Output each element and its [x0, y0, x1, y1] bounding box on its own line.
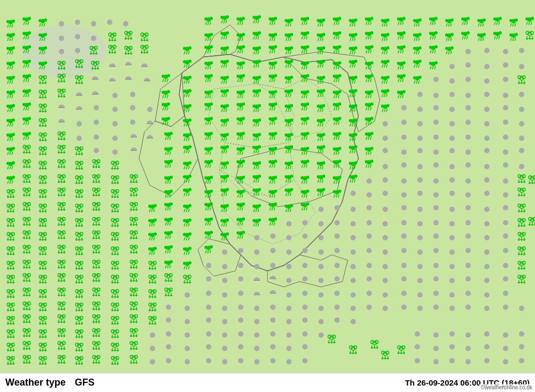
svg-point-8: [0, 4, 2, 9]
svg-point-9: [1, 4, 4, 7]
title-label: Weather type: [5, 377, 66, 388]
svg-point-3: [1, 4, 4, 7]
model-label: GFS: [75, 377, 95, 388]
watermark: ©weatheronline.co.uk: [479, 384, 534, 391]
svg-point-17: [1, 4, 4, 7]
svg-point-18: [0, 4, 2, 8]
chart-title: Weather type GFS: [5, 377, 95, 388]
bottom-bar: Weather type GFS Th 26-09-2024 06:00 UTC…: [0, 373, 535, 392]
map-container: Weather type GFS Th 26-09-2024 06:00 UTC…: [0, 0, 535, 392]
svg-point-2: [0, 4, 2, 9]
weather-map: [0, 0, 535, 392]
